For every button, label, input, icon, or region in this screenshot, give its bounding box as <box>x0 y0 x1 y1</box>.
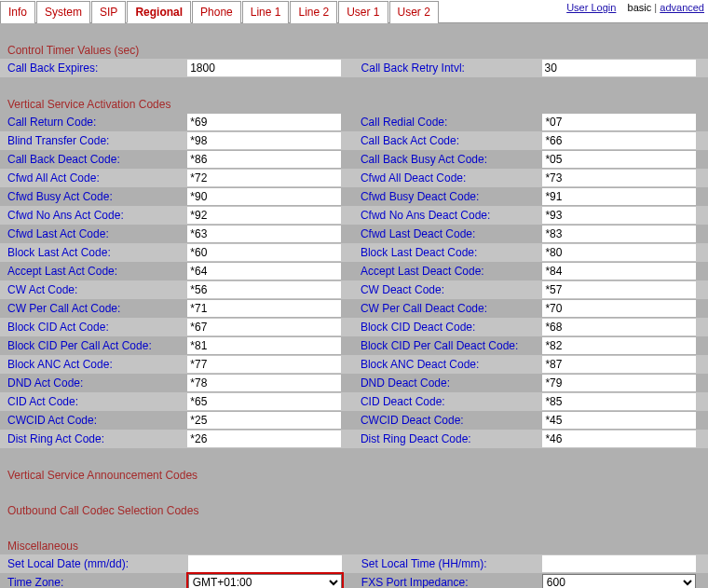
form-row: Block CID Per Call Act Code:Block CID Pe… <box>0 336 708 355</box>
form-row: CW Per Call Act Code:CW Per Call Deact C… <box>0 299 708 318</box>
cfwd-all-act-code-input[interactable] <box>187 170 341 186</box>
basic-mode-label: basic <box>628 2 652 13</box>
cfwd-last-deact-code-label: Cfwd Last Deact Code: <box>353 225 542 243</box>
cwcid-deact-code-input[interactable] <box>542 412 696 429</box>
cfwd-no-ans-act-code-label: Cfwd No Ans Act Code: <box>0 206 187 225</box>
advanced-mode-link[interactable]: advanced <box>660 2 704 13</box>
cw-deact-code-label: CW Deact Code: <box>353 280 542 299</box>
block-cid-per-call-act-code-input[interactable] <box>187 337 341 354</box>
tab-line-2[interactable]: Line 2 <box>290 1 337 23</box>
section-announcement: Vertical Service Announcement Codes <box>0 465 708 484</box>
set-local-date-label: Set Local Date (mm/dd): <box>0 554 188 573</box>
tab-system[interactable]: System <box>36 1 90 23</box>
tab-user-2[interactable]: User 2 <box>389 1 439 23</box>
tab-line-1[interactable]: Line 1 <box>242 1 290 23</box>
accept-last-act-code-input[interactable] <box>187 263 341 280</box>
set-local-time-input[interactable] <box>542 555 696 572</box>
form-row: Blind Transfer Code:Call Back Act Code: <box>0 131 708 150</box>
dist-ring-act-code-label: Dist Ring Act Code: <box>0 430 187 448</box>
dnd-act-code-input[interactable] <box>187 375 341 391</box>
block-last-act-code-input[interactable] <box>187 244 341 261</box>
call-back-retry-intvl-input[interactable] <box>542 60 696 76</box>
form-row: DND Act Code:DND Deact Code: <box>0 374 708 392</box>
cfwd-last-act-code-label: Cfwd Last Act Code: <box>0 225 187 243</box>
block-cid-deact-code-input[interactable] <box>542 319 696 335</box>
tab-user-1[interactable]: User 1 <box>338 1 388 23</box>
cid-act-code-input[interactable] <box>187 393 341 410</box>
form-row: Cfwd Last Act Code:Cfwd Last Deact Code: <box>0 225 708 243</box>
form-row: Cfwd No Ans Act Code:Cfwd No Ans Deact C… <box>0 206 708 225</box>
cwcid-act-code-input[interactable] <box>187 412 341 429</box>
cfwd-no-ans-act-code-input[interactable] <box>187 207 341 224</box>
cfwd-no-ans-deact-code-label: Cfwd No Ans Deact Code: <box>353 206 542 225</box>
form-row: CID Act Code:CID Deact Code: <box>0 392 708 411</box>
block-cid-deact-code-label: Block CID Deact Code: <box>353 318 542 336</box>
cid-deact-code-input[interactable] <box>542 393 696 410</box>
cw-act-code-input[interactable] <box>187 281 341 298</box>
block-anc-act-code-label: Block ANC Act Code: <box>0 355 187 374</box>
form-row: Block Last Act Code:Block Last Deact Cod… <box>0 243 708 262</box>
cfwd-busy-act-code-input[interactable] <box>187 188 341 205</box>
block-cid-per-call-act-code-label: Block CID Per Call Act Code: <box>0 336 187 355</box>
call-redial-code-input[interactable] <box>542 114 696 130</box>
accept-last-deact-code-input[interactable] <box>542 263 696 280</box>
set-local-date-input[interactable] <box>188 555 342 572</box>
form-row: Block ANC Act Code:Block ANC Deact Code: <box>0 355 708 374</box>
dist-ring-deact-code-label: Dist Ring Deact Code: <box>353 430 542 448</box>
section-control-timer: Control Timer Values (sec) <box>0 40 708 59</box>
tab-regional[interactable]: Regional <box>127 1 191 23</box>
cfwd-all-deact-code-input[interactable] <box>542 170 696 186</box>
block-cid-act-code-input[interactable] <box>187 319 341 335</box>
block-cid-act-code-label: Block CID Act Code: <box>0 318 187 336</box>
fxs-port-impedance-label: FXS Port Impedance: <box>354 573 542 588</box>
tab-phone[interactable]: Phone <box>192 1 241 23</box>
block-last-deact-code-input[interactable] <box>542 244 696 261</box>
dist-ring-act-code-input[interactable] <box>187 431 341 447</box>
block-anc-deact-code-label: Block ANC Deact Code: <box>353 355 542 374</box>
cwcid-deact-code-label: CWCID Deact Code: <box>353 411 542 430</box>
dnd-deact-code-input[interactable] <box>542 375 696 391</box>
cfwd-all-deact-code-label: Cfwd All Deact Code: <box>353 169 542 187</box>
call-back-expires-input[interactable] <box>187 60 341 76</box>
block-cid-per-call-deact-code-input[interactable] <box>542 337 696 354</box>
call-back-deact-code-label: Call Back Deact Code: <box>0 150 187 169</box>
cw-per-call-deact-code-label: CW Per Call Deact Code: <box>353 299 542 318</box>
dnd-act-code-label: DND Act Code: <box>0 374 187 392</box>
cw-per-call-deact-code-input[interactable] <box>542 300 696 317</box>
cw-per-call-act-code-label: CW Per Call Act Code: <box>0 299 187 318</box>
call-return-code-input[interactable] <box>187 114 341 130</box>
blind-transfer-code-label: Blind Transfer Code: <box>0 131 187 150</box>
time-zone-input[interactable]: GMT+01:00 <box>188 574 342 588</box>
cw-per-call-act-code-input[interactable] <box>187 300 341 317</box>
fxs-port-impedance-input[interactable]: 600 <box>542 574 696 588</box>
section-vsac: Vertical Service Activation Codes <box>0 94 708 113</box>
set-local-time-label: Set Local Time (HH/mm): <box>354 554 542 573</box>
form-row: Block CID Act Code:Block CID Deact Code: <box>0 318 708 336</box>
call-back-act-code-label: Call Back Act Code: <box>353 131 542 150</box>
tab-sip[interactable]: SIP <box>91 1 126 23</box>
block-anc-act-code-input[interactable] <box>187 356 341 373</box>
form-row: CWCID Act Code:CWCID Deact Code: <box>0 411 708 430</box>
cw-act-code-label: CW Act Code: <box>0 280 187 299</box>
call-back-deact-code-input[interactable] <box>187 151 341 168</box>
cw-deact-code-input[interactable] <box>542 281 696 298</box>
call-back-expires-label: Call Back Expires: <box>0 59 187 77</box>
form-row: Time Zone:GMT+01:00FXS Port Impedance:60… <box>0 573 708 588</box>
call-back-busy-act-code-input[interactable] <box>542 151 696 168</box>
form-row: Set Local Date (mm/dd):Set Local Time (H… <box>0 554 708 573</box>
cfwd-last-deact-code-input[interactable] <box>542 226 696 242</box>
form-row: Dist Ring Act Code:Dist Ring Deact Code: <box>0 430 708 448</box>
user-login-link[interactable]: User Login <box>566 2 616 13</box>
cfwd-last-act-code-input[interactable] <box>187 226 341 242</box>
cfwd-no-ans-deact-code-input[interactable] <box>542 207 696 224</box>
accept-last-deact-code-label: Accept Last Deact Code: <box>353 262 542 280</box>
block-anc-deact-code-input[interactable] <box>542 356 696 373</box>
form-row: Call Return Code:Call Redial Code: <box>0 113 708 131</box>
tab-info[interactable]: Info <box>0 1 35 23</box>
cfwd-busy-deact-code-input[interactable] <box>542 188 696 205</box>
blind-transfer-code-input[interactable] <box>187 132 341 149</box>
section-misc: Miscellaneous <box>0 536 708 554</box>
call-back-act-code-input[interactable] <box>542 132 696 149</box>
dist-ring-deact-code-input[interactable] <box>542 431 696 447</box>
form-row: Cfwd Busy Act Code:Cfwd Busy Deact Code: <box>0 187 708 206</box>
